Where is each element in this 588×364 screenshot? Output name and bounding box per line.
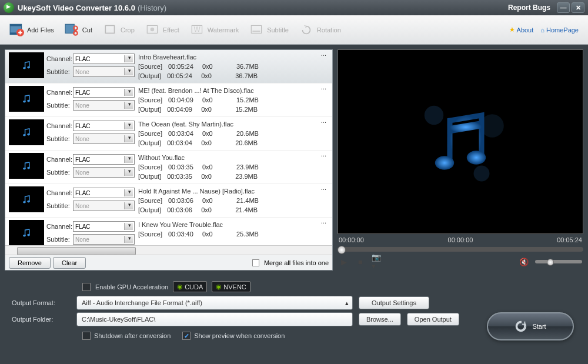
subtitle-select[interactable]: None	[73, 167, 135, 178]
output-folder-input[interactable]: C:\Music-UkeySoft\FLAC\	[76, 312, 353, 326]
output-format-select[interactable]: Aiff - Audio Interchange File Format (*.…	[76, 296, 353, 310]
file-list-panel: Channel:FLAC Subtitle:None Intro Bravehe…	[5, 49, 333, 271]
homepage-link[interactable]: ⌂HomePage	[540, 26, 579, 34]
channel-select[interactable]: FLAC	[73, 154, 135, 165]
close-button[interactable]: ✕	[572, 2, 584, 13]
channel-select[interactable]: FLAC	[73, 188, 135, 198]
file-more-button[interactable]: ...	[321, 151, 332, 183]
file-more-button[interactable]: ...	[321, 218, 332, 245]
channel-select[interactable]: FLAC	[73, 221, 135, 232]
file-more-button[interactable]: ...	[321, 184, 332, 217]
file-more-button[interactable]: ...	[321, 117, 332, 150]
rotation-icon	[299, 24, 315, 36]
volume-icon[interactable]: 🔇	[519, 256, 529, 267]
file-item[interactable]: Channel:FLAC Subtitle:None Without You.f…	[5, 151, 332, 184]
time-current: 00:00:00	[339, 236, 364, 243]
svg-point-18	[23, 134, 26, 136]
subtitle-icon	[249, 24, 265, 36]
home-icon: ⌂	[540, 26, 544, 34]
gpu-label: Enable GPU Acceleration	[95, 283, 168, 290]
scissors-icon	[65, 24, 80, 36]
subtitle-label: Subtitle:	[46, 236, 71, 243]
file-item[interactable]: Channel:FLAC Subtitle:None The Ocean (fe…	[5, 117, 332, 151]
svg-rect-4	[65, 24, 74, 33]
channel-select[interactable]: FLAC	[73, 87, 135, 98]
watermark-icon: W	[190, 24, 205, 36]
file-name: The Ocean (feat. Shy Martin).flac	[138, 119, 318, 129]
time-position: 00:00:00	[448, 236, 473, 243]
file-item[interactable]: Channel:FLAC Subtitle:None Hold It Again…	[5, 184, 332, 218]
subtitle-select[interactable]: None	[73, 100, 135, 111]
volume-slider[interactable]	[535, 260, 582, 263]
svg-text:W: W	[193, 25, 201, 34]
channel-label: Channel:	[46, 89, 71, 96]
stop-button[interactable]: ■	[355, 256, 366, 267]
effect-icon	[145, 24, 161, 36]
file-item[interactable]: Channel:FLAC Subtitle:None Intro Bravehe…	[5, 50, 332, 84]
minimize-button[interactable]: —	[557, 2, 570, 13]
seek-slider[interactable]	[338, 247, 583, 252]
svg-point-22	[23, 201, 26, 203]
subtitle-select[interactable]: None	[73, 234, 135, 245]
report-bugs-link[interactable]: Report Bugs	[508, 4, 550, 12]
subtitle-label: Subtitle:	[46, 68, 71, 75]
svg-rect-1	[10, 24, 22, 26]
rotation-button[interactable]: Rotation	[295, 21, 346, 39]
clear-button[interactable]: Clear	[53, 257, 86, 269]
subtitle-select[interactable]: None	[73, 201, 135, 211]
title-bar: UkeySoft Video Converter 10.6.0 (History…	[0, 0, 588, 15]
svg-point-15	[27, 66, 30, 69]
cuda-badge: ◉CUDA	[173, 281, 207, 292]
svg-rect-12	[251, 25, 261, 33]
add-files-button[interactable]: Add Files	[5, 21, 59, 39]
file-thumbnail	[9, 119, 44, 145]
preview-label: Show preview when conversion	[194, 332, 285, 339]
subtitle-label: Subtitle:	[46, 135, 71, 142]
subtitle-button[interactable]: Subtitle	[245, 21, 293, 39]
file-list[interactable]: Channel:FLAC Subtitle:None Intro Bravehe…	[5, 50, 332, 245]
gpu-checkbox[interactable]	[82, 283, 91, 291]
svg-point-14	[23, 67, 26, 69]
file-name: Hold It Against Me ... Nause) [Radio].fl…	[138, 186, 318, 196]
app-logo-icon	[4, 2, 14, 13]
file-item[interactable]: Channel:FLAC Subtitle:None I Knew You We…	[5, 218, 332, 245]
merge-label: Merge all files into one	[264, 259, 329, 266]
channel-select[interactable]: FLAC	[73, 121, 135, 131]
play-button[interactable]: ▶	[339, 256, 349, 267]
shutdown-checkbox[interactable]	[82, 332, 91, 340]
subtitle-select[interactable]: None	[73, 66, 135, 77]
subtitle-label: Subtitle:	[46, 202, 71, 209]
channel-label: Channel:	[46, 55, 71, 62]
svg-point-30	[467, 151, 486, 164]
svg-point-17	[27, 100, 30, 102]
file-item[interactable]: Channel:FLAC Subtitle:None ME! (feat. Br…	[5, 84, 332, 117]
merge-checkbox[interactable]	[252, 259, 259, 266]
film-plus-icon	[9, 24, 25, 36]
svg-point-21	[27, 167, 30, 169]
shutdown-label: Shutdown after conversion	[94, 332, 171, 339]
remove-button[interactable]: Remove	[9, 257, 51, 269]
refresh-icon	[514, 320, 527, 333]
svg-point-9	[150, 27, 153, 31]
svg-point-26	[425, 106, 443, 125]
watermark-button[interactable]: WWatermark	[185, 21, 243, 39]
subtitle-select[interactable]: None	[73, 133, 135, 144]
file-more-button[interactable]: ...	[321, 50, 332, 83]
svg-rect-13	[253, 31, 260, 32]
channel-label: Channel:	[46, 156, 71, 163]
channel-label: Channel:	[46, 122, 71, 129]
file-more-button[interactable]: ...	[321, 84, 332, 116]
horizontal-scrollbar[interactable]: ⦀	[5, 245, 332, 255]
open-output-button[interactable]: Open Output	[407, 313, 459, 326]
channel-select[interactable]: FLAC	[73, 54, 135, 64]
cut-button[interactable]: Cut	[60, 21, 97, 39]
start-button[interactable]: Start	[487, 312, 574, 340]
about-link[interactable]: ★About	[509, 26, 534, 34]
snapshot-button[interactable]: 📷▾	[372, 256, 382, 267]
output-settings-button[interactable]: Output Settings	[359, 296, 429, 309]
effect-button[interactable]: Effect	[141, 21, 184, 39]
browse-button[interactable]: Browse...	[359, 313, 401, 326]
file-name: Without You.flac	[138, 153, 318, 162]
crop-button[interactable]: Crop	[98, 21, 139, 39]
preview-checkbox[interactable]: ✓	[182, 332, 191, 340]
